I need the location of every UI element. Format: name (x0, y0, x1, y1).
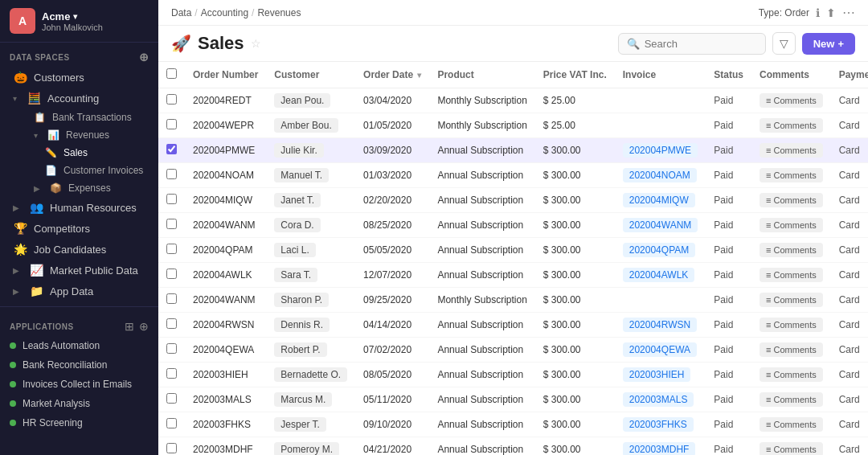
app-market-analysis[interactable]: Market Analysis (0, 394, 158, 413)
row-checkbox[interactable] (166, 94, 177, 105)
customer-tag[interactable]: Sara T. (274, 268, 317, 282)
app-bank-reconciliation[interactable]: Bank Reconciliation (0, 355, 158, 375)
breadcrumb-accounting[interactable]: Accounting (201, 7, 248, 18)
cell-comments[interactable]: ≡ Comments (751, 88, 831, 113)
info-icon[interactable]: ℹ (816, 6, 820, 19)
row-checkbox[interactable] (166, 144, 177, 154)
customer-tag[interactable]: Robert P. (274, 342, 326, 357)
customer-tag[interactable]: Marcus M. (274, 392, 332, 407)
row-checkbox[interactable] (166, 393, 177, 404)
row-checkbox[interactable] (166, 119, 177, 129)
search-input[interactable] (645, 38, 757, 50)
customer-tag[interactable]: Jesper T. (274, 417, 326, 432)
new-button[interactable]: New + (802, 33, 855, 55)
invoice-tag[interactable]: 202004RWSN (623, 318, 698, 332)
sidebar-item-competitors[interactable]: 🏆 Competitors (3, 218, 155, 239)
app-leads-automation[interactable]: Leads Automation (0, 336, 158, 355)
grid-icon[interactable]: ⊞ (125, 320, 134, 333)
row-checkbox-cell[interactable] (158, 313, 185, 338)
sidebar-item-customer-invoices[interactable]: 📄 Customer Invoices (3, 162, 155, 179)
more-icon[interactable]: ⋯ (842, 5, 855, 20)
cell-comments[interactable]: ≡ Comments (751, 313, 831, 338)
cell-comments[interactable]: ≡ Comments (751, 437, 831, 456)
comments-button[interactable]: ≡ Comments (760, 392, 823, 407)
customer-tag[interactable]: Julie Kir. (274, 143, 323, 158)
cell-comments[interactable]: ≡ Comments (751, 263, 831, 288)
sidebar-item-app-data[interactable]: ▶ 📁 App Data (3, 281, 155, 301)
comments-button[interactable]: ≡ Comments (760, 143, 823, 158)
customer-tag[interactable]: Janet T. (274, 193, 321, 207)
comments-button[interactable]: ≡ Comments (760, 218, 823, 232)
invoice-tag[interactable]: 202003MALS (623, 392, 694, 407)
row-checkbox-cell[interactable] (158, 437, 185, 456)
col-order-date[interactable]: Order Date ▾ (355, 62, 429, 88)
customer-tag[interactable]: Dennis R. (274, 318, 330, 332)
customer-tag[interactable]: Laci L. (274, 243, 315, 257)
row-checkbox[interactable] (166, 219, 177, 229)
row-checkbox-cell[interactable] (158, 213, 185, 238)
row-checkbox[interactable] (166, 368, 177, 379)
cell-comments[interactable]: ≡ Comments (751, 113, 831, 138)
breadcrumb-data[interactable]: Data (171, 7, 191, 18)
app-invoices-collect[interactable]: Invoices Collect in Emails (0, 375, 158, 394)
customer-tag[interactable]: Amber Bou. (274, 118, 338, 133)
invoice-tag[interactable]: 202004PMWE (623, 143, 698, 158)
add-data-space-icon[interactable]: ⊕ (139, 51, 149, 64)
breadcrumb-revenues[interactable]: Revenues (257, 7, 301, 18)
row-checkbox-cell[interactable] (158, 387, 185, 412)
invoice-tag[interactable]: 202003MDHF (623, 442, 696, 455)
row-checkbox[interactable] (166, 169, 177, 179)
sidebar-item-human-resources[interactable]: ▶ 👥 Human Resources (3, 197, 155, 218)
invoice-tag[interactable]: 202004NOAM (623, 168, 697, 182)
row-checkbox-cell[interactable] (158, 363, 185, 387)
comments-button[interactable]: ≡ Comments (760, 168, 823, 182)
row-checkbox[interactable] (166, 418, 177, 428)
favorite-star-icon[interactable]: ☆ (251, 37, 261, 50)
cell-comments[interactable]: ≡ Comments (751, 338, 831, 363)
sidebar-item-customers[interactable]: 🎃 Customers (3, 67, 155, 88)
customer-tag[interactable]: Jean Pou. (274, 93, 330, 108)
invoice-tag[interactable]: 202004QPAM (623, 243, 696, 257)
filter-button[interactable]: ▽ (772, 32, 796, 55)
cell-comments[interactable]: ≡ Comments (751, 213, 831, 238)
sidebar-item-accounting[interactable]: ▾ 🧮 Accounting (3, 88, 155, 109)
invoice-tag[interactable]: 202003FHKS (623, 417, 694, 432)
invoice-tag[interactable]: 202004AWLK (623, 268, 695, 282)
invoice-tag[interactable]: 202004MIQW (623, 193, 695, 207)
comments-button[interactable]: ≡ Comments (760, 417, 823, 432)
sidebar-item-revenues[interactable]: ▾ 📊 Revenues (3, 126, 155, 144)
row-checkbox-cell[interactable] (158, 138, 185, 163)
cell-comments[interactable]: ≡ Comments (751, 188, 831, 213)
sidebar-item-bank-transactions[interactable]: 📋 Bank Transactions (3, 109, 155, 126)
cell-comments[interactable]: ≡ Comments (751, 238, 831, 263)
row-checkbox-cell[interactable] (158, 338, 185, 363)
customer-tag[interactable]: Manuel T. (274, 168, 329, 182)
sidebar-item-job-candidates[interactable]: 🌟 Job Candidates (3, 239, 155, 260)
row-checkbox[interactable] (166, 194, 177, 204)
row-checkbox[interactable] (166, 343, 177, 354)
row-checkbox-cell[interactable] (158, 263, 185, 288)
share-icon[interactable]: ⬆ (826, 6, 836, 19)
comments-button[interactable]: ≡ Comments (760, 93, 823, 108)
cell-comments[interactable]: ≡ Comments (751, 412, 831, 437)
customer-tag[interactable]: Bernadette O. (274, 367, 347, 382)
row-checkbox[interactable] (166, 318, 177, 329)
select-all-header[interactable] (158, 62, 185, 88)
cell-comments[interactable]: ≡ Comments (751, 163, 831, 188)
invoice-tag[interactable]: 202003HIEH (623, 367, 691, 382)
comments-button[interactable]: ≡ Comments (760, 268, 823, 282)
comments-button[interactable]: ≡ Comments (760, 243, 823, 257)
row-checkbox[interactable] (166, 443, 177, 453)
row-checkbox[interactable] (166, 293, 177, 304)
cell-comments[interactable]: ≡ Comments (751, 138, 831, 163)
select-all-checkbox[interactable] (166, 68, 177, 79)
sidebar-item-sales[interactable]: ✏️ Sales (3, 144, 155, 162)
add-app-icon[interactable]: ⊕ (139, 320, 149, 333)
sidebar-header[interactable]: A Acme ▾ John Malkovich (0, 0, 158, 43)
sidebar-item-expenses[interactable]: ▶ 📦 Expenses (3, 179, 155, 197)
sidebar-item-market-public-data[interactable]: ▶ 📈 Market Public Data (3, 260, 155, 281)
comments-button[interactable]: ≡ Comments (760, 293, 823, 307)
customer-tag[interactable]: Sharon P. (274, 293, 329, 307)
comments-button[interactable]: ≡ Comments (760, 318, 823, 332)
invoice-tag[interactable]: 202004QEWA (623, 342, 697, 357)
